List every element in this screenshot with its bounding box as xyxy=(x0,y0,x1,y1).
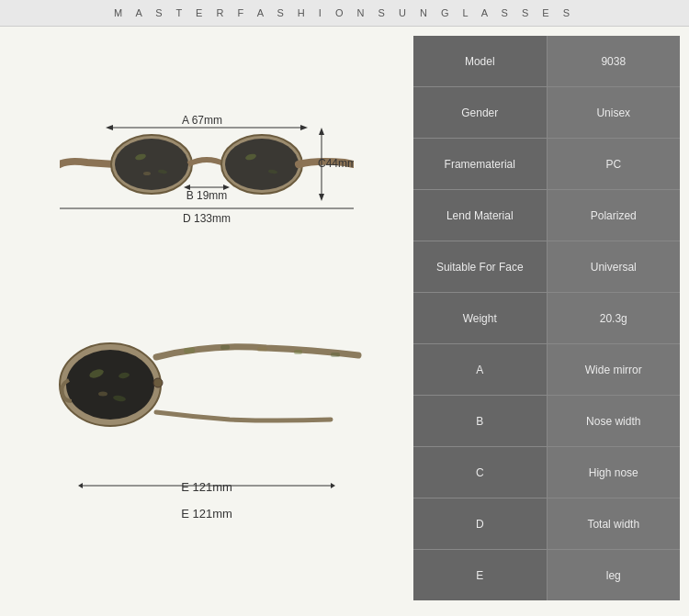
spec-label: E xyxy=(413,550,548,600)
top-glasses-diagram: A 67mm B 19mm D 133mm C44mm xyxy=(18,36,395,293)
glasses-side-view-svg xyxy=(46,302,367,467)
spec-value: Total width xyxy=(548,498,681,549)
spec-label: Suitable For Face xyxy=(413,241,548,292)
brand-header: M A S T E R F A S H I O N S U N G L A S … xyxy=(0,0,689,27)
spec-value: PC xyxy=(548,139,681,189)
spec-label: Framematerial xyxy=(413,139,548,189)
svg-point-6 xyxy=(225,139,299,190)
spec-label: Weight xyxy=(413,293,548,343)
spec-row: Lend MaterialPolarized xyxy=(413,190,680,241)
spec-value: Polarized xyxy=(548,190,681,241)
svg-text:C44mm: C44mm xyxy=(318,157,354,170)
svg-marker-22 xyxy=(319,128,324,135)
svg-marker-11 xyxy=(300,125,308,130)
spec-value: Wide mirror xyxy=(548,344,681,395)
svg-rect-32 xyxy=(220,345,230,350)
svg-text:A 67mm: A 67mm xyxy=(182,114,222,127)
svg-rect-31 xyxy=(184,347,195,353)
svg-rect-33 xyxy=(257,347,267,352)
main-content: A 67mm B 19mm D 133mm C44mm xyxy=(0,27,689,610)
spec-row: Model9038 xyxy=(413,36,680,87)
svg-text:B 19mm: B 19mm xyxy=(186,189,228,202)
svg-point-1 xyxy=(115,139,188,190)
spec-row: DTotal width xyxy=(413,498,680,550)
spec-row: BNose width xyxy=(413,396,680,447)
spec-row: Weight20.3g xyxy=(413,293,680,344)
spec-value: High nose xyxy=(548,447,681,498)
spec-label: B xyxy=(413,396,548,446)
spec-label: A xyxy=(413,344,548,395)
svg-point-36 xyxy=(153,378,163,387)
specs-table: Model9038GenderUnisexFramematerialPCLend… xyxy=(413,36,680,600)
spec-value: Unisex xyxy=(548,87,681,138)
glasses-side-view xyxy=(18,293,395,476)
spec-row: CHigh nose xyxy=(413,447,680,498)
spec-value: 20.3g xyxy=(548,293,681,343)
spec-row: Eleg xyxy=(413,550,680,600)
spec-label: Lend Material xyxy=(413,190,548,241)
left-panel: A 67mm B 19mm D 133mm C44mm xyxy=(0,27,413,610)
svg-marker-38 xyxy=(78,483,83,488)
spec-row: GenderUnisex xyxy=(413,87,680,139)
svg-rect-34 xyxy=(294,350,302,354)
svg-point-29 xyxy=(98,392,107,397)
spec-value: 9038 xyxy=(548,36,681,86)
spec-label: Model xyxy=(413,36,548,86)
spec-label: D xyxy=(413,498,548,549)
svg-text:D 133mm: D 133mm xyxy=(183,212,231,225)
glasses-top-view-svg: A 67mm B 19mm D 133mm C44mm xyxy=(60,100,354,229)
svg-marker-10 xyxy=(106,125,113,130)
svg-point-4 xyxy=(143,172,151,175)
spec-row: FramematerialPC xyxy=(413,139,680,190)
bottom-section: E 121mm E 121mm xyxy=(18,293,395,532)
dim-e-value: E 121mm xyxy=(181,480,232,494)
svg-rect-35 xyxy=(331,353,340,357)
svg-marker-23 xyxy=(319,194,324,201)
svg-marker-39 xyxy=(331,483,335,488)
brand-title: M A S T E R F A S H I O N S U N G L A S … xyxy=(114,7,575,18)
spec-value: leg xyxy=(548,550,681,600)
spec-label: Gender xyxy=(413,87,548,138)
svg-point-26 xyxy=(66,350,154,420)
spec-value: Universal xyxy=(548,241,681,292)
spec-label: C xyxy=(413,447,548,498)
dimension-e-text: E 121mm xyxy=(181,507,232,521)
spec-row: AWide mirror xyxy=(413,344,680,396)
spec-row: Suitable For FaceUniversal xyxy=(413,241,680,293)
spec-value: Nose width xyxy=(548,396,681,446)
